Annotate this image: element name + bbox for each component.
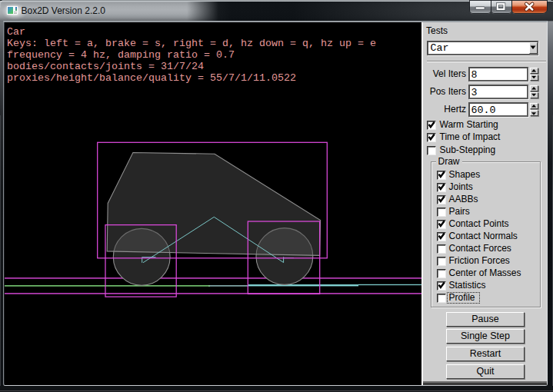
svg-text:proxies/height/balance/quality: proxies/height/balance/quality = 55/7/1/…	[7, 72, 296, 84]
svg-text:Keys: left = a, brake = s, rig: Keys: left = a, brake = s, right = d, hz…	[7, 38, 376, 49]
svg-text:frequency = 4 hz, damping rati: frequency = 4 hz, damping ratio = 0.7	[7, 49, 235, 61]
svg-text:bodies/contacts/joints = 31/7/: bodies/contacts/joints = 31/7/24	[7, 61, 204, 72]
svg-text:Car: Car	[7, 26, 25, 38]
